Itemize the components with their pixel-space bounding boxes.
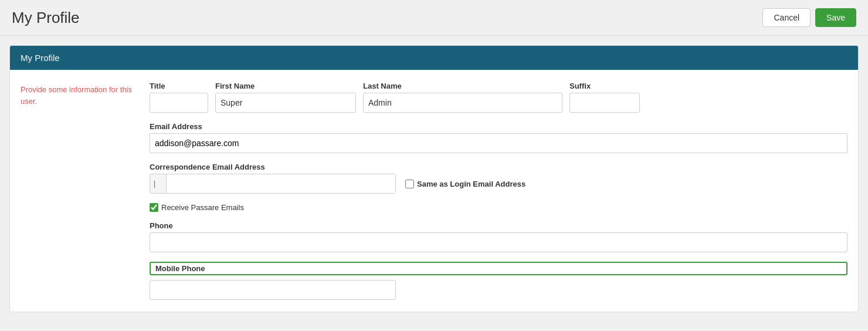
corr-email-input[interactable] xyxy=(167,174,395,193)
corr-input-inner: | xyxy=(150,174,396,194)
phone-label: Phone xyxy=(150,221,847,230)
name-row: Title First Name Last Name Suffix xyxy=(150,82,847,113)
email-input[interactable] xyxy=(150,133,847,153)
corr-email-row: Correspondence Email Address | Same as L… xyxy=(150,163,847,194)
card-header: My Profile xyxy=(10,46,858,70)
form-description: Provide some information for this user. xyxy=(21,82,138,300)
email-row: Email Address xyxy=(150,122,847,153)
phone-row: Phone xyxy=(150,221,847,252)
receive-emails-label: Receive Passare Emails xyxy=(161,203,244,212)
cancel-button[interactable]: Cancel xyxy=(762,8,811,27)
same-as-login-label: Same as Login Email Address xyxy=(417,180,525,188)
title-group: Title xyxy=(150,82,208,113)
title-label: Title xyxy=(150,82,208,90)
page-title: My Profile xyxy=(12,9,80,27)
lastname-label: Last Name xyxy=(363,82,562,90)
firstname-input[interactable] xyxy=(215,93,356,113)
top-header: My Profile Cancel Save xyxy=(0,0,868,36)
receive-emails-checkbox[interactable] xyxy=(150,203,158,212)
suffix-group: Suffix xyxy=(569,82,640,113)
save-button[interactable]: Save xyxy=(815,8,856,27)
form-area: Title First Name Last Name Suffix xyxy=(150,82,847,300)
title-input[interactable] xyxy=(150,93,208,113)
corr-email-label: Correspondence Email Address xyxy=(150,163,847,171)
card-body: Provide some information for this user. … xyxy=(10,70,858,312)
profile-card: My Profile Provide some information for … xyxy=(9,45,859,312)
suffix-label: Suffix xyxy=(569,82,640,90)
corr-flag: | xyxy=(150,174,167,193)
receive-emails-row: Receive Passare Emails xyxy=(150,203,847,212)
firstname-group: First Name xyxy=(215,82,356,113)
same-as-login-checkbox[interactable] xyxy=(405,180,414,188)
email-label: Email Address xyxy=(150,122,847,131)
lastname-input[interactable] xyxy=(363,93,562,113)
mobile-phone-row: Mobile Phone xyxy=(150,262,847,300)
suffix-input[interactable] xyxy=(569,93,640,113)
same-as-login-group: Same as Login Email Address xyxy=(405,180,525,188)
phone-input[interactable] xyxy=(150,232,847,252)
mobile-phone-label: Mobile Phone xyxy=(150,262,847,275)
mobile-phone-input[interactable] xyxy=(150,280,396,300)
corr-input-wrap: | Same as Login Email Address xyxy=(150,174,847,194)
lastname-group: Last Name xyxy=(363,82,562,113)
firstname-label: First Name xyxy=(215,82,356,90)
header-actions: Cancel Save xyxy=(762,8,856,27)
